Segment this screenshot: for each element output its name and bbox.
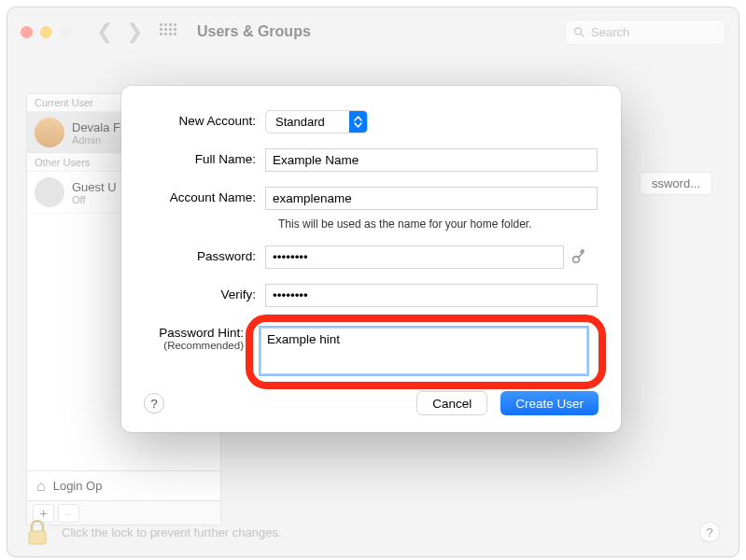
account-type-value: Standard: [266, 115, 349, 129]
hint-label: Password Hint: (Recommended): [144, 322, 253, 351]
verify-label: Verify:: [144, 284, 265, 301]
account-type-select[interactable]: Standard: [265, 110, 368, 133]
password-label: Password:: [144, 245, 265, 263]
password-field[interactable]: [265, 245, 564, 269]
password-hint-field[interactable]: [260, 328, 587, 374]
password-assistant-icon[interactable]: [571, 247, 586, 268]
cancel-button[interactable]: Cancel: [416, 391, 487, 415]
sheet-help-button[interactable]: ?: [144, 393, 164, 413]
new-account-label: New Account:: [144, 110, 265, 128]
verify-field[interactable]: [265, 284, 598, 307]
account-name-helper: This will be used as the name for your h…: [265, 217, 598, 231]
select-stepper-icon: [349, 110, 367, 133]
create-user-button[interactable]: Create User: [500, 391, 598, 415]
account-name-label: Account Name:: [144, 187, 265, 204]
account-name-field[interactable]: [265, 187, 598, 210]
full-name-field[interactable]: [265, 148, 598, 172]
full-name-label: Full Name:: [144, 148, 265, 166]
new-user-sheet: New Account: Standard Full Name: Account…: [121, 86, 621, 432]
